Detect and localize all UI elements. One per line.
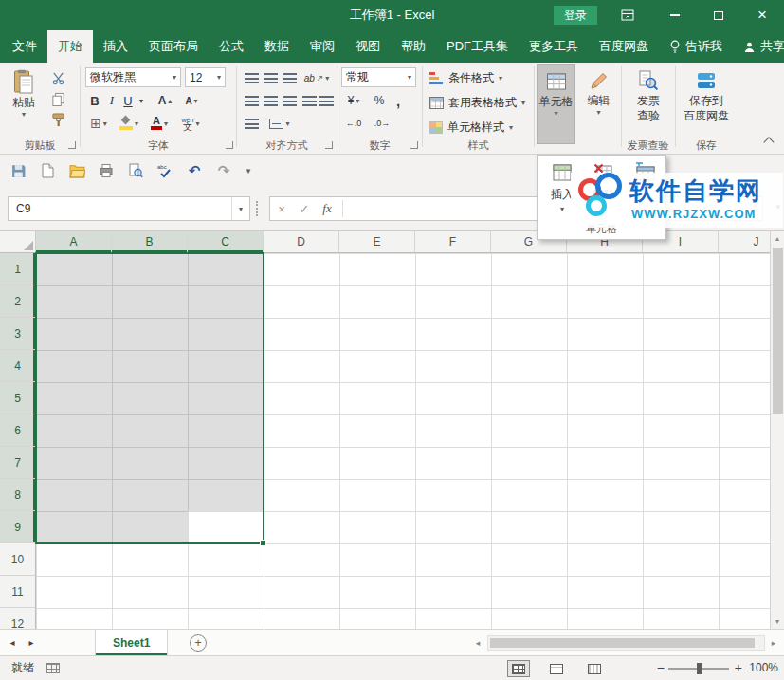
align-top-button[interactable] — [243, 68, 260, 87]
ribbon-tab[interactable]: 公式 — [209, 30, 254, 63]
column-header[interactable]: J — [719, 231, 770, 252]
row-header[interactable]: 4 — [0, 350, 35, 382]
align-middle-button[interactable] — [262, 68, 279, 87]
format-painter-button[interactable] — [47, 110, 68, 129]
clipboard-dialog-launcher[interactable] — [68, 141, 76, 149]
previous-sheet-button[interactable]: ◂ — [4, 630, 21, 655]
underline-dropdown[interactable]: ▾ — [137, 91, 146, 110]
close-button[interactable]: × — [746, 0, 778, 30]
cell-styles-button[interactable]: 单元格样式 ▾ — [427, 117, 531, 138]
new-workbook-button[interactable] — [37, 160, 58, 181]
grow-font-button[interactable]: A▴ — [154, 91, 176, 110]
ribbon-display-options-button[interactable] — [611, 0, 644, 30]
zoom-slider-thumb[interactable] — [697, 663, 702, 674]
scroll-right-button[interactable]: ▸ — [767, 635, 780, 651]
row-header[interactable]: 10 — [0, 543, 35, 576]
spelling-button[interactable]: abc — [155, 160, 175, 181]
row-header[interactable]: 6 — [0, 414, 35, 447]
ribbon-tab[interactable]: 审阅 — [300, 30, 345, 63]
cancel-button[interactable]: × — [270, 197, 293, 220]
row-header[interactable]: 1 — [0, 253, 35, 285]
normal-view-button[interactable] — [507, 660, 530, 677]
column-header[interactable]: C — [188, 231, 264, 252]
ribbon-tab[interactable]: PDF工具集 — [436, 30, 519, 63]
share-button[interactable]: 共享 — [733, 30, 784, 63]
maximize-button[interactable] — [702, 0, 735, 30]
tell-me-button[interactable]: 告诉我 — [659, 30, 733, 63]
ribbon-tab[interactable]: 数据 — [254, 30, 300, 63]
fill-color-button[interactable]: ▾ — [117, 114, 141, 133]
ribbon-tab[interactable]: 更多工具 — [519, 30, 589, 63]
orientation-button[interactable]: ab ↗ ▾ — [301, 68, 332, 87]
login-button[interactable]: 登录 — [554, 6, 597, 25]
column-header[interactable]: A — [36, 231, 112, 252]
row-header[interactable]: 8 — [0, 479, 35, 511]
tab-file[interactable]: 文件 — [2, 30, 47, 63]
scroll-up-button[interactable]: ▴ — [771, 231, 784, 246]
comma-style-button[interactable]: , — [391, 91, 406, 110]
font-dialog-launcher[interactable] — [226, 141, 233, 149]
enter-button[interactable]: ✓ — [293, 197, 316, 220]
horizontal-scrollbar[interactable] — [487, 635, 765, 651]
column-header[interactable]: D — [264, 231, 339, 252]
paste-button[interactable]: 粘贴 ▾ — [6, 64, 42, 118]
cut-button[interactable] — [47, 68, 68, 87]
ribbon-tab[interactable]: 插入 — [93, 30, 138, 63]
zoom-out-button[interactable]: − — [657, 656, 665, 680]
shrink-font-button[interactable]: A▾ — [180, 91, 203, 110]
sheet-tab[interactable]: Sheet1 — [95, 630, 168, 655]
cells-button[interactable]: 单元格 ▾ — [537, 64, 575, 144]
accounting-format-button[interactable]: ¥ ▾ — [341, 91, 366, 110]
italic-button[interactable]: I — [105, 91, 119, 110]
fill-handle[interactable] — [260, 540, 266, 546]
align-bottom-button[interactable] — [281, 68, 298, 87]
next-sheet-button[interactable]: ▸ — [23, 630, 40, 655]
print-button[interactable] — [96, 160, 117, 181]
zoom-level[interactable]: 100% — [744, 656, 778, 680]
row-header[interactable]: 5 — [0, 382, 35, 414]
row-header[interactable]: 12 — [0, 608, 35, 629]
invoice-check-button[interactable]: 发票 查验 — [624, 64, 673, 122]
undo-button[interactable]: ↶ — [184, 160, 205, 181]
customize-qat-button[interactable]: ▾ — [243, 160, 254, 181]
editing-button[interactable]: 编辑 ▾ — [579, 64, 618, 144]
ribbon-tab[interactable]: 视图 — [345, 30, 391, 63]
zoom-in-button[interactable]: + — [735, 656, 742, 680]
font-size-combo[interactable]: 12 ▾ — [185, 67, 226, 87]
ribbon-tab[interactable]: 帮助 — [391, 30, 436, 63]
page-layout-view-button[interactable] — [545, 660, 568, 677]
underline-button[interactable]: U — [120, 91, 136, 110]
ribbon-tab[interactable]: 开始 — [47, 30, 93, 63]
align-right-button[interactable] — [281, 91, 298, 110]
formula-bar-resize-handle[interactable] — [256, 201, 260, 216]
insert-function-button[interactable]: fx — [316, 197, 338, 220]
column-header[interactable]: B — [112, 231, 188, 252]
scroll-down-button[interactable]: ▾ — [771, 615, 784, 629]
number-dialog-launcher[interactable] — [410, 141, 418, 149]
decrease-indent-button[interactable] — [301, 91, 317, 110]
borders-button[interactable]: ⊞▾ — [86, 114, 111, 133]
column-header[interactable]: F — [415, 231, 491, 252]
font-family-combo[interactable]: 微软雅黑 ▾ — [85, 67, 181, 87]
name-box-dropdown[interactable]: ▾ — [231, 197, 249, 220]
print-preview-button[interactable] — [125, 160, 146, 181]
merge-center-button[interactable]: ▾ — [265, 114, 294, 133]
page-break-view-button[interactable] — [583, 660, 606, 677]
decrease-decimal-button[interactable]: .0→ — [370, 114, 394, 133]
new-sheet-button[interactable]: + — [190, 634, 207, 652]
save-button[interactable] — [8, 160, 28, 181]
row-header[interactable]: 9 — [0, 511, 35, 543]
increase-indent-button[interactable] — [319, 91, 334, 110]
column-header[interactable]: E — [339, 231, 415, 252]
alignment-dialog-launcher[interactable] — [325, 141, 333, 149]
row-header[interactable]: 7 — [0, 447, 35, 479]
format-as-table-button[interactable]: 套用表格格式 ▾ — [427, 92, 531, 113]
save-to-netdisk-button[interactable]: 保存到 百度网盘 — [679, 64, 734, 122]
increase-decimal-button[interactable]: ←.0 — [341, 114, 366, 133]
select-all-corner[interactable] — [0, 231, 36, 252]
ribbon-tab[interactable]: 百度网盘 — [589, 30, 659, 63]
scroll-left-button[interactable]: ◂ — [471, 635, 484, 651]
wrap-text-button[interactable] — [243, 114, 260, 133]
name-box[interactable]: C9 ▾ — [8, 196, 250, 221]
worksheet-grid[interactable] — [36, 253, 770, 629]
